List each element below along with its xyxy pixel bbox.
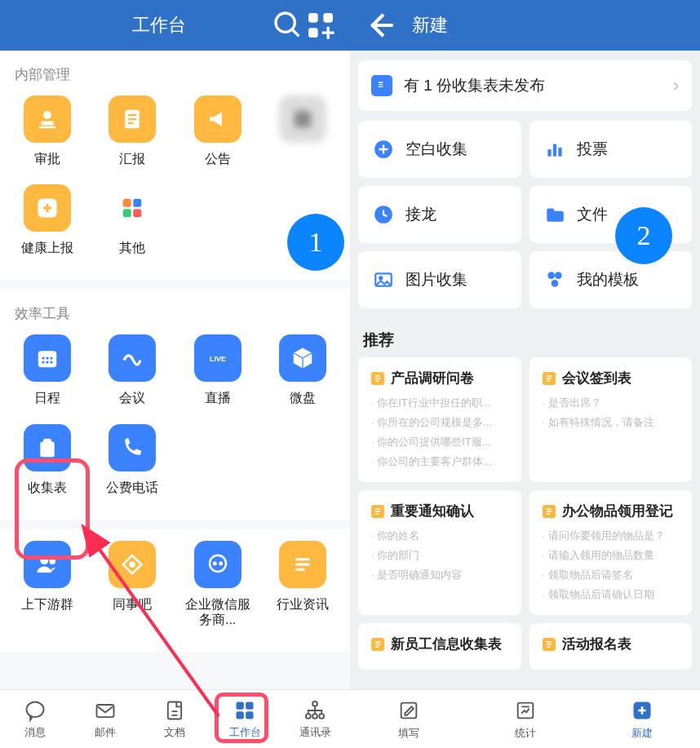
svg-point-27 (131, 562, 135, 566)
back-icon[interactable] (363, 9, 396, 42)
approval-icon (24, 95, 71, 143)
tab-label: 邮件 (95, 725, 116, 740)
svg-rect-13 (123, 209, 131, 217)
news-icon (279, 541, 326, 588)
rec-supply[interactable]: 办公物品领用登记请问你要领用的物品是？请输入领用的物品数量领取物品后请签名领取物… (529, 490, 693, 615)
wxwork-icon (194, 541, 241, 588)
app-label: 日程 (34, 390, 60, 405)
form-icon (543, 372, 556, 385)
notice-unpublished[interactable]: 有 1 份收集表未发布 › (358, 60, 692, 111)
app-colleague[interactable]: 同事吧 (90, 541, 175, 627)
app-wxwork[interactable]: 企业微信服务商... (175, 541, 260, 627)
app-meeting[interactable]: 会议 (90, 334, 175, 405)
app-weipan[interactable]: 微盘 (260, 334, 345, 405)
tab-mail[interactable]: 邮件 (70, 690, 140, 748)
notice-text: 有 1 份收集表未发布 (404, 75, 662, 96)
tab-label: 填写 (398, 726, 419, 741)
tab-messages[interactable]: 消息 (0, 690, 70, 748)
svg-point-28 (210, 555, 226, 572)
rec-event[interactable]: 活动报名表 (529, 623, 693, 670)
svg-point-16 (42, 357, 45, 360)
app-blurred1[interactable] (260, 95, 345, 166)
svg-point-31 (26, 702, 43, 717)
app-label: 直播 (205, 390, 231, 405)
live-icon: LIVE (194, 334, 241, 382)
svg-point-51 (551, 280, 558, 287)
svg-point-20 (47, 361, 49, 364)
tab-write[interactable]: 填写 (350, 690, 467, 748)
app-live[interactable]: LIVE直播 (175, 334, 260, 405)
rec-title-row: 会议签到表 (543, 369, 680, 387)
rec-item: 请输入领用的物品数量 (543, 548, 680, 563)
rec-survey[interactable]: 产品调研问卷你在IT行业中担任的职...你所在的公司规模是多...你的公司提供哪… (358, 357, 521, 482)
plus-circle-icon (373, 139, 394, 160)
option-vote[interactable]: 投票 (529, 121, 693, 178)
option-chain[interactable]: 接龙 (358, 186, 521, 243)
highlight-form-app (15, 458, 90, 560)
form-icon (371, 505, 384, 518)
svg-point-21 (51, 361, 53, 364)
screen-new: 新建 有 1 份收集表未发布 › 空白收集投票接龙文件图片收集我的模板 推荐 产… (350, 0, 700, 748)
rec-item: 是否明确通知内容 (371, 568, 508, 582)
svg-point-30 (219, 562, 222, 564)
app-news[interactable]: 行业资讯 (260, 541, 345, 627)
search-icon[interactable] (272, 9, 304, 42)
rec-title-row: 办公物品领用登记 (543, 502, 680, 520)
tab-docs[interactable]: 文档 (140, 690, 210, 748)
app-label: 会议 (119, 390, 145, 405)
section-title: 内部管理 (0, 62, 350, 95)
svg-rect-2 (308, 13, 318, 23)
option-blank[interactable]: 空白收集 (358, 121, 521, 178)
tab-label: 文档 (164, 725, 185, 740)
apps-add-icon[interactable] (304, 9, 337, 42)
rec-item: 是否出席？ (543, 396, 680, 410)
option-label: 我的模板 (577, 269, 639, 290)
screen-workbench: 工作台 内部管理审批汇报公告健康上报其他效率工具日程会议LIVE直播微盘收集表公… (0, 0, 350, 748)
svg-rect-33 (168, 702, 181, 719)
rec-title: 产品调研问卷 (391, 369, 474, 387)
tab-label: 统计 (515, 726, 536, 741)
rec-newemp[interactable]: 新员工信息收集表 (358, 623, 521, 670)
app-phone[interactable]: 公费电话 (90, 424, 175, 495)
header-title-right: 新建 (412, 13, 448, 38)
svg-point-5 (43, 111, 51, 119)
meeting-icon (109, 334, 156, 382)
rec-signin[interactable]: 会议签到表是否出席？如有特殊情况，请备注 (529, 357, 693, 482)
tab-contacts[interactable]: 通讯录 (280, 690, 350, 748)
app-approval[interactable]: 审批 (5, 95, 90, 166)
svg-point-39 (306, 714, 311, 719)
app-other[interactable]: 其他 (90, 184, 175, 255)
tab-stats[interactable]: 统计 (467, 690, 583, 748)
svg-rect-24 (43, 438, 51, 443)
rec-row: 新员工信息收集表活动报名表 (358, 623, 692, 670)
app-label: 审批 (34, 151, 60, 166)
rec-confirm[interactable]: 重要通知确认你的姓名你的部门是否明确通知内容 (358, 490, 521, 615)
svg-point-29 (214, 562, 216, 564)
app-announce[interactable]: 公告 (175, 95, 260, 166)
recommend-title: 推荐 (350, 316, 700, 357)
app-report[interactable]: 汇报 (90, 95, 175, 166)
svg-point-17 (47, 357, 49, 360)
app-label: 行业资讯 (277, 596, 329, 612)
app-label: 企业微信服务商... (179, 596, 256, 627)
shapes-icon (544, 269, 565, 290)
option-row: 空白收集投票 (358, 121, 692, 178)
tab-new[interactable]: 新建 (583, 690, 700, 748)
svg-point-19 (42, 361, 45, 364)
app-health[interactable]: 健康上报 (5, 184, 90, 255)
option-image[interactable]: 图片收集 (358, 251, 521, 308)
svg-rect-32 (96, 705, 113, 717)
svg-point-18 (51, 357, 53, 360)
other-icon (109, 184, 156, 232)
option-template[interactable]: 我的模板 (529, 251, 693, 308)
bars-icon (544, 139, 565, 160)
app-calendar[interactable]: 日程 (5, 334, 90, 405)
annotation-badge-1: 1 (287, 214, 344, 271)
rec-title-row: 活动报名表 (543, 635, 680, 653)
report-icon (109, 95, 156, 143)
app-label: 汇报 (119, 151, 145, 166)
svg-rect-7 (39, 126, 55, 129)
image-icon (373, 269, 394, 290)
option-label: 投票 (577, 139, 608, 160)
chevron-right-icon: › (673, 75, 679, 96)
